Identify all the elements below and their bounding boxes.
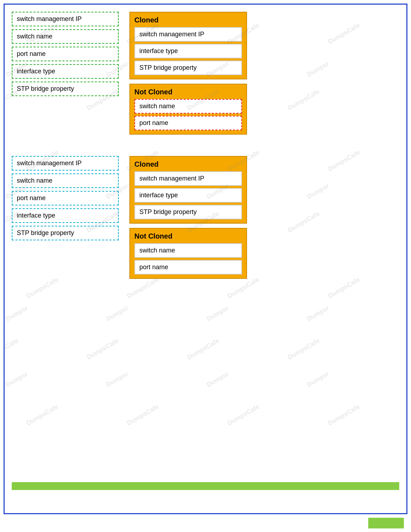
bottom-cloned-box: Cloned switch management IP interface ty… (129, 156, 247, 224)
top-cloned-title: Cloned (134, 16, 242, 24)
top-left-stp-bridge: STP bridge property (12, 82, 119, 96)
bottom-left-port-name: port name (12, 191, 119, 205)
top-left-switch-mgmt-ip: switch management IP (12, 12, 119, 26)
bottom-not-cloned-port-name: port name (134, 260, 242, 275)
bottom-right-column: Cloned switch management IP interface ty… (129, 156, 247, 279)
bottom-not-cloned-title: Not Cloned (134, 232, 242, 240)
top-not-cloned-switch-name: switch name (134, 99, 242, 114)
bottom-left-stp-bridge: STP bridge property (12, 226, 119, 240)
top-left-interface-type: interface type (12, 64, 119, 79)
top-right-column: Cloned switch management IP interface ty… (129, 12, 247, 135)
bottom-left-interface-type: interface type (12, 208, 119, 223)
top-not-cloned-port-name: port name (134, 116, 242, 130)
bottom-left-switch-mgmt-ip: switch management IP (12, 156, 119, 171)
bottom-cloned-switch-mgmt-ip: switch management IP (134, 171, 242, 186)
top-section: switch management IP switch name port na… (5, 5, 406, 142)
green-bar (12, 482, 399, 490)
bottom-section: switch management IP switch name port na… (5, 156, 406, 286)
top-cloned-stp-bridge: STP bridge property (134, 61, 242, 75)
top-left-switch-name: switch name (12, 29, 119, 44)
bottom-cloned-stp-bridge: STP bridge property (134, 205, 242, 219)
bottom-not-cloned-switch-name: switch name (134, 243, 242, 258)
bottom-left-switch-name: switch name (12, 173, 119, 188)
top-cloned-box: Cloned switch management IP interface ty… (129, 12, 247, 79)
middle-spacer (5, 142, 406, 156)
bottom-right-rect (368, 518, 404, 528)
top-cloned-switch-mgmt-ip: switch management IP (134, 27, 242, 42)
top-left-port-name: port name (12, 47, 119, 61)
bottom-cloned-interface-type: interface type (134, 188, 242, 203)
bottom-cloned-title: Cloned (134, 160, 242, 168)
top-not-cloned-box: Not Cloned switch name port name (129, 84, 247, 135)
bottom-not-cloned-box: Not Cloned switch name port name (129, 228, 247, 279)
top-left-column: switch management IP switch name port na… (12, 12, 119, 135)
top-cloned-interface-type: interface type (134, 44, 242, 58)
bottom-left-column: switch management IP switch name port na… (12, 156, 119, 279)
top-not-cloned-title: Not Cloned (134, 88, 242, 96)
outer-border: DumpsCafe DumpsCafe DumpsCafe DumpsCafe … (4, 4, 407, 514)
